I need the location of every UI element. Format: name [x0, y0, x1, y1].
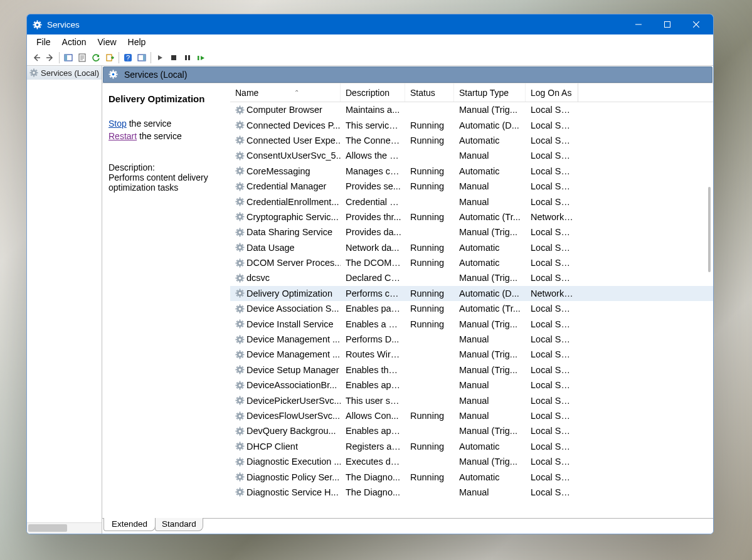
service-row[interactable]: dcsvcDeclared Co...Manual (Trig...Local … [230, 270, 713, 285]
restart-service-button[interactable] [194, 51, 208, 65]
tree-horizontal-scrollbar[interactable] [27, 522, 102, 534]
help-button[interactable]: ? [121, 51, 135, 65]
minimize-button[interactable] [624, 14, 653, 34]
tree-root-label: Services (Local) [41, 68, 99, 78]
start-service-button[interactable] [153, 51, 167, 65]
service-name: ConsentUxUserSvc_5... [246, 151, 341, 161]
export-button[interactable] [103, 51, 117, 65]
show-hide-tree-button[interactable] [61, 51, 75, 65]
cell-name: Device Association S... [230, 304, 341, 314]
cell-description: Registers an... [341, 441, 405, 452]
restart-service-link[interactable]: Restart [109, 131, 137, 141]
service-row[interactable]: Credential ManagerProvides se...RunningM… [230, 179, 713, 194]
svg-text:?: ? [126, 54, 130, 61]
service-row[interactable]: DevicesFlowUserSvc...Allows Con...Runnin… [230, 408, 713, 423]
cell-name: DevicesFlowUserSvc... [230, 411, 341, 421]
service-row[interactable]: Diagnostic Service H...The Diagno...Manu… [230, 485, 713, 500]
cell-name: Connected Devices P... [230, 120, 341, 130]
cell-description: Enables a co... [341, 319, 405, 329]
service-row[interactable]: Computer BrowserMaintains a...Manual (Tr… [230, 102, 713, 117]
cell-logon: Local Syste... [526, 273, 578, 283]
service-row[interactable]: CoreMessagingManages co...RunningAutomat… [230, 164, 713, 179]
cell-startup: Automatic [454, 166, 526, 176]
tab-extended[interactable]: Extended [103, 518, 156, 531]
menu-view[interactable]: View [92, 34, 122, 49]
cell-name: Computer Browser [230, 105, 341, 115]
service-name: Data Usage [246, 243, 295, 253]
cell-description: Enables pair... [341, 304, 405, 314]
service-row[interactable]: Cryptographic Servic...Provides thr...Ru… [230, 209, 713, 225]
service-row[interactable]: Device Setup ManagerEnables the ...Manua… [230, 362, 713, 378]
vertical-scrollbar[interactable] [708, 187, 711, 272]
refresh-button[interactable] [89, 51, 103, 65]
service-row[interactable]: Connected User Expe...The Connec...Runni… [230, 133, 713, 148]
pause-service-button[interactable] [181, 51, 194, 65]
stop-service-link[interactable]: Stop [109, 119, 127, 129]
cell-status: Running [405, 212, 454, 222]
menu-help[interactable]: Help [122, 34, 152, 49]
cell-status: Running [405, 319, 454, 329]
cell-name: CredentialEnrollment... [230, 197, 341, 207]
service-row[interactable]: DCOM Server Proces...The DCOML...Running… [230, 255, 713, 270]
service-row[interactable]: DevicePickerUserSvc...This user se...Man… [230, 393, 713, 408]
cell-startup: Manual (Trig... [454, 426, 526, 436]
services-rows[interactable]: Computer BrowserMaintains a...Manual (Tr… [230, 102, 713, 518]
service-row[interactable]: Diagnostic Policy Ser...The Diagno...Run… [230, 469, 713, 484]
cell-description: Allows the s... [341, 151, 405, 161]
tree-pane[interactable]: Services (Local) [27, 66, 102, 534]
service-row[interactable]: Data UsageNetwork da...RunningAutomaticL… [230, 240, 713, 255]
menu-file[interactable]: File [31, 34, 56, 49]
gear-icon [235, 304, 245, 314]
close-button[interactable] [682, 14, 711, 34]
maximize-button[interactable] [653, 14, 682, 34]
service-row[interactable]: DevQuery Backgrou...Enables app...Manual… [230, 423, 713, 438]
service-row[interactable]: Device Management ...Performs D...Manual… [230, 332, 713, 347]
service-row[interactable]: Delivery OptimizationPerforms co...Runni… [230, 286, 713, 301]
service-row[interactable]: Device Install ServiceEnables a co...Run… [230, 316, 713, 331]
cell-logon: Local Syste... [526, 457, 578, 467]
cell-description: Enables app... [341, 380, 405, 390]
cell-name: DevQuery Backgrou... [230, 426, 341, 436]
cell-description: Provides da... [341, 227, 405, 237]
tab-standard[interactable]: Standard [155, 518, 203, 531]
service-row[interactable]: Device Management ...Routes Wire...Manua… [230, 347, 713, 362]
toolbar-separator [59, 52, 60, 63]
gear-icon [235, 396, 245, 405]
service-row[interactable]: ConsentUxUserSvc_5...Allows the s...Manu… [230, 148, 713, 163]
column-header-status[interactable]: Status [405, 83, 454, 102]
window-controls [624, 14, 711, 34]
cell-startup: Manual [454, 487, 526, 497]
column-header-name[interactable]: Name ⌃ [230, 83, 341, 102]
back-button[interactable] [29, 51, 43, 65]
column-header-startup[interactable]: Startup Type [454, 83, 526, 102]
cell-name: DevicePickerUserSvc... [230, 396, 341, 406]
svg-rect-20 [665, 22, 670, 28]
service-name: DevicePickerUserSvc... [246, 396, 341, 406]
column-header-logon[interactable]: Log On As [526, 83, 578, 102]
service-row[interactable]: Data Sharing ServiceProvides da...Manual… [230, 225, 713, 240]
gear-icon [235, 365, 245, 374]
cell-description: The Connec... [341, 135, 405, 145]
restart-service-line: Restart the service [109, 130, 224, 143]
gear-icon [235, 151, 245, 161]
cell-startup: Manual [454, 151, 526, 161]
forward-button[interactable] [43, 51, 57, 65]
properties-button[interactable] [75, 51, 89, 65]
service-row[interactable]: Diagnostic Execution ...Executes dia...M… [230, 454, 713, 469]
cell-description: This service ... [341, 120, 405, 130]
cell-logon: Local Syste... [526, 197, 578, 207]
stop-service-button[interactable] [167, 51, 181, 65]
service-row[interactable]: Device Association S...Enables pair...Ru… [230, 301, 713, 316]
service-row[interactable]: DHCP ClientRegisters an...RunningAutomat… [230, 439, 713, 454]
service-row[interactable]: DeviceAssociationBr...Enables app...Manu… [230, 378, 713, 393]
service-row[interactable]: Connected Devices P...This service ...Ru… [230, 117, 713, 132]
cell-logon: Local Syste... [526, 319, 578, 329]
service-row[interactable]: CredentialEnrollment...Credential E...Ma… [230, 194, 713, 209]
column-header-description[interactable]: Description [341, 83, 405, 102]
titlebar[interactable]: Services [27, 14, 713, 34]
menu-action[interactable]: Action [56, 34, 92, 49]
cell-description: Declared Co... [341, 273, 405, 283]
tree-root-item[interactable]: Services (Local) [27, 66, 102, 80]
cell-description: Executes dia... [341, 457, 405, 467]
show-hide-action-pane-button[interactable] [135, 51, 149, 65]
